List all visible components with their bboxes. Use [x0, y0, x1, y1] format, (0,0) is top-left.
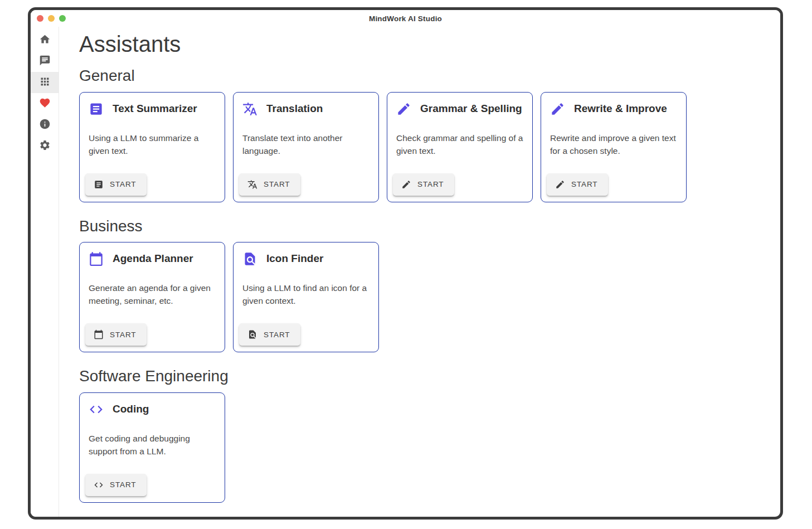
home-icon [39, 33, 51, 47]
minimize-button[interactable] [48, 15, 55, 22]
card-header: Rewrite & Improve [550, 101, 677, 117]
zoom-button[interactable] [59, 15, 66, 22]
card-description: Using a LLM to summarize a given text. [89, 132, 216, 157]
start-button-label: START [571, 180, 598, 188]
translate-icon [242, 101, 257, 117]
settings-icon [39, 139, 51, 153]
section-heading: Software Engineering [79, 367, 769, 386]
card-description: Check grammar and spelling of a given te… [396, 132, 523, 157]
start-button-label: START [417, 180, 444, 188]
cards-row: Agenda Planner Generate an agenda for a … [79, 242, 769, 352]
code-icon [89, 402, 104, 417]
assistant-sections: General Text Summarizer Using a LLM to s… [79, 66, 769, 503]
start-button-label: START [110, 331, 137, 339]
card-header: Text Summarizer [89, 101, 216, 117]
sidebar-item-chats[interactable] [31, 51, 59, 72]
app-window: MindWork AI Studio Assistants General Te… [28, 7, 783, 520]
card-header: Icon Finder [242, 251, 369, 266]
title-bar: MindWork AI Studio [31, 10, 780, 27]
window-title: MindWork AI Studio [31, 14, 780, 23]
edit-icon [396, 101, 411, 117]
assistant-section: Business Agenda Planner Generate an agen… [79, 217, 769, 353]
assistant-section: General Text Summarizer Using a LLM to s… [79, 66, 769, 202]
find-in-page-icon [242, 251, 257, 266]
sidebar-item-assistants[interactable] [31, 72, 59, 93]
info-icon [39, 118, 51, 132]
edit-icon [550, 101, 565, 117]
assistant-card: Rewrite & Improve Rewrite and improve a … [541, 92, 687, 202]
section-heading: Business [79, 217, 769, 236]
start-button[interactable]: START [85, 173, 147, 196]
assistant-section: Software Engineering Coding Get coding a… [79, 367, 769, 503]
card-title: Grammar & Spelling [420, 103, 522, 115]
card-description: Get coding and debugging support from a … [89, 432, 216, 458]
main-content: Assistants General Text Summarizer Using… [59, 27, 780, 517]
section-heading: General [79, 66, 769, 85]
card-description: Generate an agenda for a given meeting, … [89, 282, 216, 307]
traffic-lights [31, 15, 66, 22]
card-title: Translation [266, 103, 323, 115]
cards-row: Coding Get coding and debugging support … [79, 392, 769, 503]
calendar-icon [94, 329, 104, 339]
card-title: Text Summarizer [113, 103, 197, 115]
sidebar-item-about[interactable] [31, 114, 59, 135]
assistant-card: Coding Get coding and debugging support … [79, 392, 225, 503]
sidebar-item-supporters[interactable] [31, 93, 59, 114]
window-body: Assistants General Text Summarizer Using… [31, 27, 780, 517]
card-header: Grammar & Spelling [396, 101, 523, 117]
chat-icon [39, 55, 51, 69]
code-icon [94, 480, 104, 490]
card-title: Rewrite & Improve [574, 103, 667, 115]
find-in-page-icon [247, 329, 257, 339]
card-description: Translate text into another language. [242, 132, 369, 157]
card-title: Icon Finder [266, 253, 323, 265]
assistant-card: Icon Finder Using a LLM to find an icon … [233, 242, 379, 352]
heart-icon [39, 97, 51, 111]
calendar-icon [89, 251, 104, 266]
card-header: Agenda Planner [89, 251, 216, 266]
assistant-card: Translation Translate text into another … [233, 92, 379, 202]
card-title: Coding [113, 403, 149, 416]
start-button[interactable]: START [85, 323, 147, 346]
start-button[interactable]: START [85, 474, 147, 496]
start-button-label: START [264, 331, 290, 339]
apps-icon [39, 76, 51, 90]
sidebar [31, 27, 59, 517]
page-title: Assistants [79, 31, 769, 57]
card-title: Agenda Planner [113, 253, 193, 265]
cards-row: Text Summarizer Using a LLM to summarize… [79, 92, 769, 202]
article-icon [89, 101, 104, 117]
start-button-label: START [110, 481, 137, 489]
sidebar-item-home[interactable] [31, 30, 59, 51]
start-button-label: START [264, 180, 290, 188]
article-icon [94, 179, 104, 190]
start-button[interactable]: START [547, 173, 608, 196]
translate-icon [247, 179, 257, 190]
close-button[interactable] [37, 15, 43, 22]
edit-icon [401, 179, 411, 190]
card-header: Translation [242, 101, 369, 117]
edit-icon [555, 179, 565, 190]
start-button[interactable]: START [239, 323, 300, 346]
card-description: Rewrite and improve a given text for a c… [550, 132, 677, 157]
assistant-card: Grammar & Spelling Check grammar and spe… [387, 92, 533, 202]
assistant-card: Text Summarizer Using a LLM to summarize… [79, 92, 225, 202]
card-header: Coding [89, 402, 216, 417]
card-description: Using a LLM to find an icon for a given … [242, 282, 369, 307]
start-button[interactable]: START [393, 173, 454, 196]
sidebar-item-settings[interactable] [31, 135, 59, 157]
start-button-label: START [110, 180, 137, 188]
start-button[interactable]: START [239, 173, 300, 196]
assistant-card: Agenda Planner Generate an agenda for a … [79, 242, 225, 352]
